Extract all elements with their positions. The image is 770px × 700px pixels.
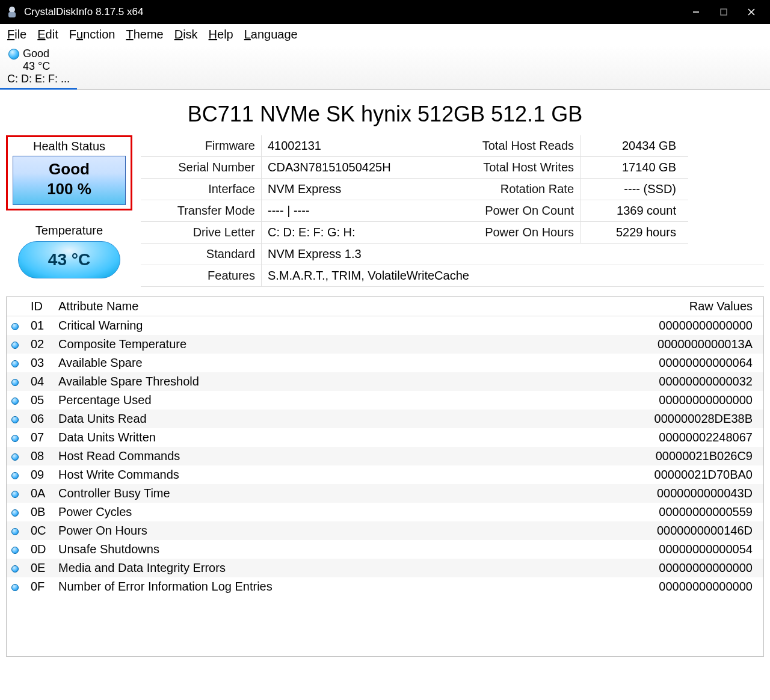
smart-raw: 00000000000032 xyxy=(607,372,763,391)
smart-raw: 00000021B026C9 xyxy=(607,447,763,465)
minimize-button[interactable] xyxy=(682,0,710,24)
smart-id: 0B xyxy=(26,503,54,521)
table-row[interactable]: 09Host Write Commands00000021D70BA0 xyxy=(7,465,763,484)
smart-id: 07 xyxy=(26,428,54,447)
smart-id: 0D xyxy=(26,540,54,559)
smart-id: 0A xyxy=(26,484,54,503)
smart-raw: 0000000000013A xyxy=(607,335,763,354)
table-row[interactable]: 0AController Busy Time0000000000043D xyxy=(7,484,763,503)
smart-raw: 00000000000054 xyxy=(607,540,763,559)
smart-name: Host Read Commands xyxy=(54,447,607,465)
smart-raw: 00000021D70BA0 xyxy=(607,465,763,484)
table-row[interactable]: 0BPower Cycles00000000000559 xyxy=(7,503,763,521)
menubar: File Edit Function Theme Disk Help Langu… xyxy=(0,24,770,45)
smart-name: Available Spare xyxy=(54,354,607,372)
smart-name: Media and Data Integrity Errors xyxy=(54,559,607,577)
menu-function[interactable]: Function xyxy=(69,28,116,41)
smart-id: 02 xyxy=(26,335,54,354)
table-row[interactable]: 0DUnsafe Shutdowns00000000000054 xyxy=(7,540,763,559)
table-row[interactable]: 03Available Spare00000000000064 xyxy=(7,354,763,372)
info-label: Standard xyxy=(141,244,261,265)
info-row: Serial NumberCDA3N78151050425H xyxy=(141,157,454,179)
table-row[interactable]: 0FNumber of Error Information Log Entrie… xyxy=(7,577,763,596)
table-row[interactable]: 07Data Units Written00000002248067 xyxy=(7,428,763,447)
maximize-button[interactable] xyxy=(710,0,738,24)
smart-header-raw[interactable]: Raw Values xyxy=(607,297,763,316)
table-row[interactable]: 04Available Spare Threshold0000000000003… xyxy=(7,372,763,391)
status-dot-icon xyxy=(11,547,19,554)
smart-name: Available Spare Threshold xyxy=(54,372,607,391)
smart-name: Data Units Written xyxy=(54,428,607,447)
drive-tab[interactable]: Good 43 °C C: D: E: F: ... xyxy=(0,48,77,89)
smart-name: Controller Busy Time xyxy=(54,484,607,503)
menu-theme[interactable]: Theme xyxy=(126,28,163,41)
info-value: ---- | ---- xyxy=(261,200,454,221)
status-dot-icon xyxy=(11,323,19,330)
info-label: Interface xyxy=(141,179,261,200)
status-dot-icon xyxy=(11,491,19,498)
menu-edit[interactable]: Edit xyxy=(37,28,58,41)
table-row[interactable]: 08Host Read Commands00000021B026C9 xyxy=(7,447,763,465)
menu-file[interactable]: File xyxy=(7,28,26,41)
smart-header-id[interactable]: ID xyxy=(26,297,54,316)
smart-name: Power Cycles xyxy=(54,503,607,521)
smart-name: Unsafe Shutdowns xyxy=(54,540,607,559)
health-status-block: Health Status Good 100 % xyxy=(6,135,132,210)
info-label: Transfer Mode xyxy=(141,200,261,221)
table-row[interactable]: 02Composite Temperature0000000000013A xyxy=(7,335,763,354)
menu-language[interactable]: Language xyxy=(244,28,298,41)
smart-raw: 00000000000559 xyxy=(607,503,763,521)
info-row: Total Host Reads20434 GB xyxy=(454,135,688,157)
info-value: 1369 count xyxy=(580,200,682,221)
info-value: NVM Express xyxy=(261,179,454,200)
info-row: InterfaceNVM Express xyxy=(141,179,454,200)
smart-name: Composite Temperature xyxy=(54,335,607,354)
info-row: Drive LetterC: D: E: F: G: H: xyxy=(141,222,454,244)
smart-header-status[interactable] xyxy=(7,297,26,316)
close-button[interactable] xyxy=(738,0,765,24)
smart-id: 05 xyxy=(26,391,54,410)
svg-rect-3 xyxy=(721,9,727,15)
info-value: 17140 GB xyxy=(580,157,682,178)
smart-raw: 00000002248067 xyxy=(607,428,763,447)
smart-header-name[interactable]: Attribute Name xyxy=(54,297,607,316)
smart-id: 0C xyxy=(26,521,54,540)
info-value: ---- (SSD) xyxy=(580,179,682,200)
info-label: Firmware xyxy=(141,135,261,156)
smart-raw: 0000000000146D xyxy=(607,521,763,540)
info-label: Drive Letter xyxy=(141,222,261,243)
smart-raw: 00000000000000 xyxy=(607,559,763,577)
table-row[interactable]: 05Percentage Used00000000000000 xyxy=(7,391,763,410)
menu-disk[interactable]: Disk xyxy=(174,28,198,41)
smart-name: Number of Error Information Log Entries xyxy=(54,577,607,596)
info-value: 41002131 xyxy=(261,135,454,156)
menu-help[interactable]: Help xyxy=(209,28,233,41)
smart-id: 01 xyxy=(26,316,54,336)
health-status-button[interactable]: Good 100 % xyxy=(13,156,126,205)
table-row[interactable]: 06Data Units Read000000028DE38B xyxy=(7,410,763,428)
svg-point-0 xyxy=(9,7,15,13)
smart-name: Percentage Used xyxy=(54,391,607,410)
smart-name: Power On Hours xyxy=(54,521,607,540)
status-dot-icon xyxy=(11,453,19,461)
table-row[interactable]: 0EMedia and Data Integrity Errors0000000… xyxy=(7,559,763,577)
smart-id: 06 xyxy=(26,410,54,428)
status-dot-icon xyxy=(11,416,19,423)
info-row: Transfer Mode---- | ---- xyxy=(141,200,454,222)
info-label: Total Host Writes xyxy=(454,157,580,178)
info-label: Features xyxy=(141,265,261,286)
health-status-value: Good xyxy=(13,160,125,179)
table-row[interactable]: 01Critical Warning00000000000000 xyxy=(7,316,763,336)
info-value: S.M.A.R.T., TRIM, VolatileWriteCache xyxy=(261,265,764,286)
table-row[interactable]: 0CPower On Hours0000000000146D xyxy=(7,521,763,540)
smart-raw: 000000028DE38B xyxy=(607,410,763,428)
status-dot-icon xyxy=(11,565,19,573)
info-row: Total Host Writes17140 GB xyxy=(454,157,688,179)
smart-id: 0E xyxy=(26,559,54,577)
app-icon xyxy=(5,5,19,19)
info-value: 20434 GB xyxy=(580,135,682,156)
temperature-value: 43 °C xyxy=(48,250,90,269)
health-percent-value: 100 % xyxy=(13,180,125,198)
temperature-label: Temperature xyxy=(35,224,103,238)
temperature-button[interactable]: 43 °C xyxy=(18,241,120,278)
